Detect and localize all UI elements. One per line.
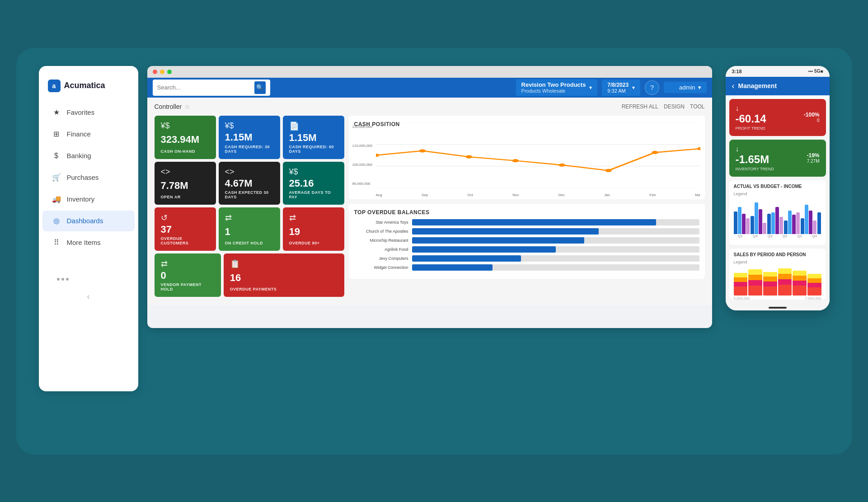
sidebar-item-dashboards[interactable]: ◎ Dashboards bbox=[42, 211, 135, 231]
bar-fill-2 bbox=[412, 237, 585, 244]
tile-open-ar[interactable]: <> 7.78M OPEN AR bbox=[155, 162, 216, 205]
credit-hold-icon: ⇄ bbox=[225, 213, 232, 223]
sidebar-nav: ★ Favorites ⊞ Finance $ Banking 🛒 Purcha… bbox=[39, 102, 138, 253]
bar-label-4: Jevy Computers bbox=[354, 256, 408, 261]
outer-wrapper: a Acumatica ★ Favorites ⊞ Finance $ Bank… bbox=[16, 48, 852, 455]
search-icon[interactable]: 🔍 bbox=[254, 81, 265, 94]
tools-button[interactable]: TOOL bbox=[690, 103, 704, 110]
company-name: Revision Two Products bbox=[521, 81, 586, 88]
overdue-payments-label: OVERDUE PAYMENTS bbox=[230, 287, 338, 291]
bar-q4b-1 bbox=[817, 212, 821, 234]
bar-row-3: Agrilink Food bbox=[354, 246, 699, 253]
bar-label-5: Widget Connection bbox=[354, 265, 408, 270]
main-window: 🔍 Revision Two Products Products Wholesa… bbox=[147, 66, 712, 328]
design-button[interactable]: DESIGN bbox=[664, 103, 685, 110]
mobile-phone: 3:18 ▪▪▪ 5G■ ‹ Management ↓ -60.14 PROFI… bbox=[726, 66, 830, 310]
bar-q2-4 bbox=[796, 212, 800, 234]
maximize-button[interactable] bbox=[167, 70, 172, 74]
search-box[interactable]: 🔍 bbox=[153, 80, 270, 96]
company-selector[interactable]: Revision Two Products Products Wholesale… bbox=[516, 79, 598, 96]
svg-point-4 bbox=[376, 153, 379, 156]
close-button[interactable] bbox=[153, 70, 157, 74]
phone-back-button[interactable]: ‹ bbox=[732, 81, 735, 91]
phone-time: 3:18 bbox=[732, 69, 742, 74]
phone-title: Management bbox=[738, 82, 777, 89]
x-label-mar: Ma bbox=[695, 193, 700, 197]
cash-expected-label: CASH EXPECTED 30 DAYS bbox=[225, 190, 274, 199]
bar-q1b-4 bbox=[813, 221, 816, 234]
profit-arrow-icon: ↓ bbox=[736, 104, 766, 113]
bar-q1-1 bbox=[734, 211, 737, 234]
tile-cash-30[interactable]: ¥$ 1.15M CASH REQUIRED: 30 DAYS bbox=[219, 116, 280, 159]
tile-vendor-hold[interactable]: ⇄ 0 VENDOR PAYMENT HOLD bbox=[155, 253, 221, 297]
sidebar-item-purchases[interactable]: 🛒 Purchases bbox=[42, 167, 135, 188]
tile-avg-days[interactable]: ¥$ 25.16 AVERAGE DAYS TO PAY bbox=[283, 162, 344, 205]
tile-cash-expected[interactable]: <> 4.67M CASH EXPECTED 30 DAYS bbox=[219, 162, 280, 205]
profit-value: -60.14 bbox=[736, 113, 766, 125]
x-q4b: Q4 bbox=[808, 234, 821, 238]
x-label-sep: Sep bbox=[422, 193, 428, 197]
dashboard-content: ¥$ 323.94M CASH ON-HAND ¥$ 1.15M CASH RE… bbox=[155, 116, 705, 300]
chart-area bbox=[376, 122, 700, 188]
cash-60-label: CASH REQUIRED: 60 DAYS bbox=[289, 145, 338, 154]
user-menu-button[interactable]: 👤 admin ▾ bbox=[664, 82, 706, 93]
sidebar-item-banking[interactable]: $ Banking bbox=[42, 145, 135, 166]
bar-fill-1 bbox=[412, 228, 599, 235]
breadcrumb-star-icon[interactable]: ☆ bbox=[184, 103, 190, 110]
x-label-feb: Feb bbox=[649, 193, 656, 197]
sidebar-item-finance[interactable]: ⊞ Finance bbox=[42, 124, 135, 145]
tile-cash-on-hand[interactable]: ¥$ 323.94M CASH ON-HAND bbox=[155, 116, 216, 159]
phone-tile-inventory[interactable]: ↓ -1.65M INVENTORY TREND -19% 7.27M bbox=[729, 140, 826, 177]
bar-q1b-1 bbox=[801, 218, 804, 234]
cash-on-hand-icon: ¥$ bbox=[161, 121, 170, 131]
sidebar-item-inventory[interactable]: 🚚 Inventory bbox=[42, 189, 135, 210]
tiles-row-1: ¥$ 323.94M CASH ON-HAND ¥$ 1.15M CASH RE… bbox=[155, 116, 344, 159]
refresh-all-button[interactable]: REFRESH ALL bbox=[622, 103, 658, 110]
bar-x-labels: Q1 Q4 Q3 Q2 Q1 Q4 bbox=[734, 234, 821, 238]
datetime-box[interactable]: 7/8/2023 9:32 AM ▾ bbox=[602, 80, 640, 96]
bar-q1-2 bbox=[738, 207, 741, 234]
overdue-chart-title: TOP OVERDUE BALANCES bbox=[354, 209, 699, 216]
tiles-row-4: ⇄ 0 VENDOR PAYMENT HOLD 📋 16 OVERDUE PAY… bbox=[155, 253, 344, 297]
phone-status-bar: 3:18 ▪▪▪ 5G■ bbox=[726, 66, 830, 77]
page-title: Controller bbox=[155, 103, 182, 110]
bar-q1-3 bbox=[742, 214, 746, 234]
tile-overdue-90[interactable]: ⇄ 19 OVERDUE 90+ bbox=[283, 207, 344, 251]
budget-chart: Q1 Q4 Q3 Q2 Q1 Q4 bbox=[734, 198, 821, 243]
bar-fill-0 bbox=[412, 219, 657, 225]
phone-budget-section: ACTUAL VS BUDGET - INCOME Legend bbox=[729, 180, 826, 245]
bar-row-1: Church of The Apostles bbox=[354, 228, 699, 235]
help-button[interactable]: ? bbox=[645, 80, 659, 95]
y-label-3: 90,000,000 bbox=[352, 182, 373, 186]
company-chevron-icon: ▾ bbox=[589, 84, 592, 91]
tile-credit-hold[interactable]: ⇄ 1 ON CREDIT HOLD bbox=[219, 207, 280, 251]
bar-q3-2 bbox=[771, 212, 775, 234]
logo-icon: a bbox=[48, 80, 61, 92]
bar-track-1 bbox=[412, 228, 699, 235]
collapse-sidebar-button[interactable]: ‹ bbox=[39, 287, 138, 306]
sidebar-item-favorites[interactable]: ★ Favorites bbox=[42, 102, 135, 123]
bar-track-2 bbox=[412, 237, 699, 244]
phone-tile-profit[interactable]: ↓ -60.14 PROFIT TREND -100% 0 bbox=[729, 99, 826, 136]
cash-60-value: 1.15M bbox=[289, 133, 338, 143]
user-name: admin bbox=[679, 84, 695, 91]
home-indicator-bar bbox=[769, 307, 787, 309]
budget-chart-title: ACTUAL VS BUDGET - INCOME bbox=[734, 184, 821, 189]
tile-overdue-customers[interactable]: ↺ 37 OVERDUE CUSTOMERS bbox=[155, 207, 216, 251]
bar-group-q1 bbox=[734, 207, 750, 234]
cash-30-value: 1.15M bbox=[225, 132, 274, 142]
sidebar-footer-dots[interactable] bbox=[48, 271, 129, 287]
budget-legend: Legend bbox=[734, 192, 821, 196]
home-indicator bbox=[726, 303, 830, 310]
tile-cash-60[interactable]: 📄 1.15M CASH REQUIRED: 60 DAYS bbox=[283, 116, 344, 159]
credit-hold-label: ON CREDIT HOLD bbox=[225, 241, 274, 245]
time-display: 9:32 AM bbox=[607, 88, 629, 94]
finance-icon: ⊞ bbox=[52, 129, 61, 139]
sidebar-item-more-items[interactable]: ⠿ More Items bbox=[42, 232, 135, 253]
search-input[interactable] bbox=[157, 84, 252, 91]
tile-overdue-payments[interactable]: 📋 16 OVERDUE PAYMENTS bbox=[224, 253, 344, 297]
minimize-button[interactable] bbox=[160, 70, 164, 74]
sidebar-item-label: Purchases bbox=[67, 174, 99, 181]
y-label-0: 120,000,000 bbox=[352, 125, 373, 129]
x-label-dec: Dec bbox=[558, 193, 565, 197]
